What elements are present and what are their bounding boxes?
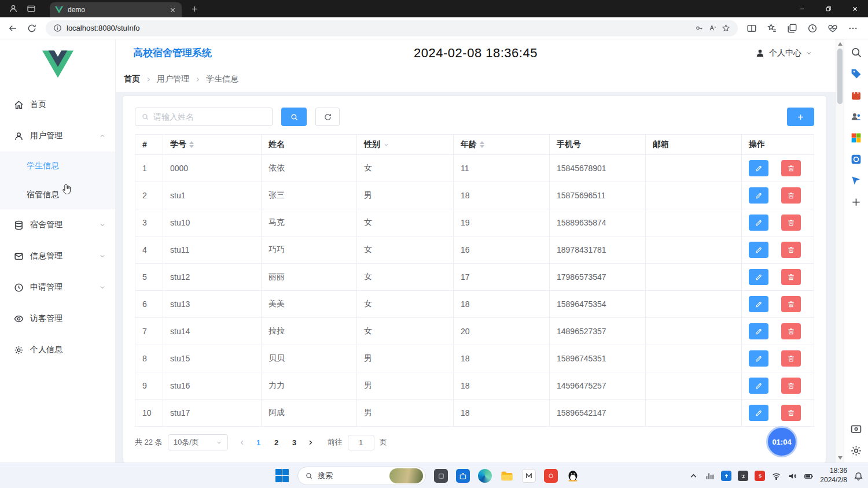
delete-button[interactable]	[781, 187, 801, 204]
qq-icon[interactable]	[566, 469, 580, 483]
breadcrumb-home[interactable]: 首页	[124, 74, 140, 84]
red-app-icon[interactable]	[544, 469, 558, 483]
m365-icon[interactable]	[850, 132, 862, 144]
tab-close-icon[interactable]	[169, 6, 176, 14]
sidebar-item-user-mgmt[interactable]: 用户管理	[0, 120, 115, 151]
volume-icon[interactable]	[788, 471, 797, 481]
search-highlight-image[interactable]	[389, 468, 423, 483]
sidebar-item-dorm-staff-info[interactable]: 宿管信息	[0, 180, 115, 209]
battery-icon[interactable]	[804, 471, 814, 481]
sidebar-item-info-mgmt[interactable]: 信息管理	[0, 241, 115, 272]
notification-bell-icon[interactable]	[854, 471, 863, 481]
people-icon[interactable]	[850, 110, 862, 123]
edit-button[interactable]	[749, 160, 768, 176]
browser-tab[interactable]: demo	[50, 2, 182, 17]
blue-tray-icon[interactable]	[721, 471, 731, 481]
browser-profile-icon[interactable]	[9, 4, 18, 13]
search-button[interactable]	[281, 108, 307, 126]
page-number[interactable]: 1	[251, 435, 267, 450]
drop-icon[interactable]	[850, 175, 862, 187]
search-input[interactable]	[153, 112, 266, 121]
restore-button[interactable]	[815, 0, 841, 17]
sidebar-add-icon[interactable]	[850, 196, 862, 208]
store-icon[interactable]	[456, 469, 470, 483]
scrollbar-thumb[interactable]	[837, 49, 843, 104]
start-button[interactable]	[275, 469, 289, 483]
split-screen-icon[interactable]	[746, 23, 757, 34]
filter-chevron-icon[interactable]	[383, 142, 389, 148]
app-dark-icon[interactable]	[434, 469, 448, 483]
back-icon[interactable]	[8, 23, 18, 34]
password-key-icon[interactable]	[695, 24, 704, 32]
edit-button[interactable]	[749, 405, 768, 421]
designer-icon[interactable]	[850, 153, 862, 165]
cast-icon[interactable]	[850, 423, 862, 435]
taskbar-search[interactable]: 搜索	[297, 467, 426, 485]
tab-actions-icon[interactable]	[27, 4, 36, 13]
history-icon[interactable]	[807, 23, 818, 34]
delete-button[interactable]	[781, 296, 801, 312]
sidebar-item-apply-mgmt[interactable]: 申请管理	[0, 272, 115, 303]
delete-button[interactable]	[781, 242, 801, 258]
sidebar-item-visitor-mgmt[interactable]: 访客管理	[0, 303, 115, 334]
favorites-icon[interactable]	[767, 23, 777, 34]
edit-button[interactable]	[749, 296, 768, 312]
shopping-tag-icon[interactable]	[850, 68, 862, 80]
edit-button[interactable]	[749, 350, 768, 367]
sidebar-item-student-info[interactable]: 学生信息	[0, 151, 115, 180]
sidebar-settings-icon[interactable]	[850, 445, 862, 457]
delete-button[interactable]	[781, 269, 801, 285]
sidebar-item-dorm-mgmt[interactable]: 宿舍管理	[0, 209, 115, 241]
browser-essentials-icon[interactable]	[827, 23, 838, 34]
scroll-up-icon[interactable]	[836, 40, 844, 48]
wifi-icon[interactable]	[771, 471, 781, 481]
minimize-button[interactable]	[788, 0, 815, 17]
page-size-select[interactable]: 10条/页	[168, 434, 228, 450]
delete-button[interactable]	[781, 350, 801, 367]
edit-button[interactable]	[749, 323, 768, 339]
site-info-icon[interactable]	[53, 24, 62, 32]
sogou-icon[interactable]	[755, 471, 765, 481]
sidebar-item-home[interactable]: 首页	[0, 89, 115, 120]
address-bar[interactable]: localhost:8080/stuInfo	[46, 20, 738, 36]
sort-icon[interactable]	[189, 141, 194, 148]
edit-button[interactable]	[749, 378, 768, 394]
shopping-bag-icon[interactable]	[850, 89, 862, 101]
delete-button[interactable]	[781, 405, 801, 421]
recorder-timer-bubble[interactable]: 01:04	[766, 426, 797, 457]
hidden-icons-chevron[interactable]	[689, 471, 698, 481]
delete-button[interactable]	[781, 160, 801, 176]
sidebar-search-icon[interactable]	[850, 46, 862, 58]
ime-icon[interactable]	[738, 471, 748, 481]
delete-button[interactable]	[781, 323, 801, 339]
collections-icon[interactable]	[787, 23, 797, 34]
edit-button[interactable]	[749, 242, 768, 258]
favorite-star-icon[interactable]	[722, 24, 730, 32]
settings-menu-icon[interactable]	[848, 23, 858, 34]
sidebar-item-personal-info[interactable]: 个人信息	[0, 334, 115, 365]
delete-button[interactable]	[781, 215, 801, 231]
next-page-icon[interactable]	[304, 435, 317, 450]
m-app-icon[interactable]	[522, 469, 536, 483]
new-tab-button[interactable]	[190, 5, 199, 13]
edit-button[interactable]	[749, 187, 768, 204]
col-student-id[interactable]: 学号	[163, 135, 262, 155]
user-center-menu[interactable]: 个人中心	[755, 48, 812, 58]
read-aloud-icon[interactable]	[708, 24, 717, 32]
close-window-button[interactable]	[841, 0, 868, 17]
edit-button[interactable]	[749, 215, 768, 231]
col-gender[interactable]: 性别	[357, 135, 454, 155]
add-student-button[interactable]	[787, 108, 814, 126]
page-number[interactable]: 3	[286, 435, 303, 450]
edge-icon[interactable]	[478, 469, 492, 483]
breadcrumb-user-mgmt[interactable]: 用户管理	[157, 74, 189, 84]
page-number[interactable]: 2	[269, 435, 285, 450]
edit-button[interactable]	[749, 269, 768, 285]
col-age[interactable]: 年龄	[454, 135, 550, 155]
scroll-down-icon[interactable]	[836, 454, 844, 462]
taskbar-clock[interactable]: 18:36 2024/2/8	[820, 467, 847, 485]
sort-icon[interactable]	[480, 141, 484, 148]
page-scrollbar[interactable]	[836, 39, 844, 463]
delete-button[interactable]	[781, 378, 801, 394]
refresh-icon[interactable]	[27, 23, 37, 34]
